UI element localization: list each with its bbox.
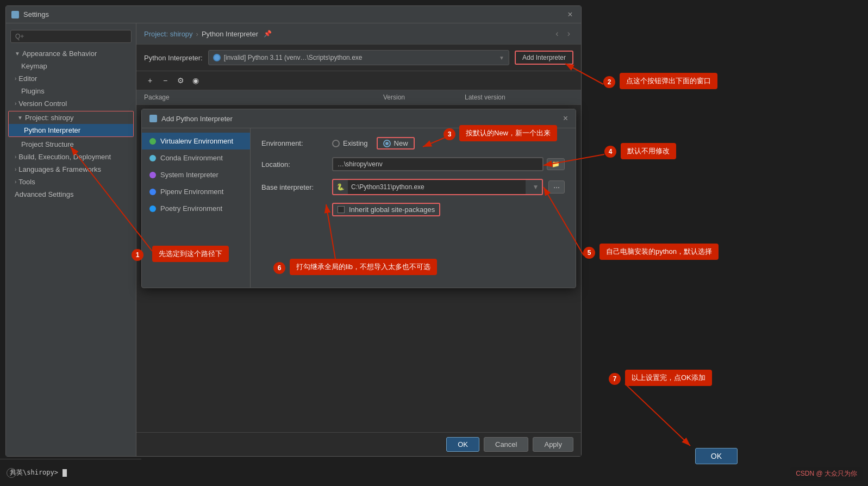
interp-type-label: Poetry Environment — [160, 204, 222, 213]
sidebar-item-label: Editor — [18, 74, 37, 83]
sidebar-item-label: Build, Execution, Deployment — [18, 153, 111, 161]
environment-radio-group: Existing New — [332, 137, 415, 149]
arrow-icon: › — [15, 154, 16, 160]
main-ok-button[interactable]: OK — [695, 448, 738, 464]
annotation-4: 默认不用修改 — [621, 143, 676, 159]
interp-type-label: Virtualenv Environment — [160, 137, 233, 145]
col-package-header: Package — [144, 94, 383, 101]
annotation-circle-6: 6 — [273, 262, 285, 274]
sidebar-item-version-control[interactable]: › Version Control — [6, 97, 136, 110]
add-interp-close-button[interactable]: × — [563, 114, 568, 123]
dialog-title-left: Settings — [11, 10, 49, 18]
environment-label: Environment: — [261, 139, 327, 147]
arrow-icon: › — [15, 179, 16, 185]
settings-button[interactable]: ⚙ — [174, 74, 186, 86]
dropdown-arrow-icon: ▼ — [499, 55, 504, 61]
terminal-cursor — [63, 469, 67, 477]
annotation-5: 自己电脑安装的python，默认选择 — [600, 244, 719, 260]
sidebar-item-python-interpreter[interactable]: Python Interpreter — [9, 124, 133, 136]
interp-type-poetry[interactable]: Poetry Environment — [142, 200, 250, 217]
interp-type-label: Pipenv Environment — [160, 188, 223, 196]
dialog-title-bar: Settings × — [6, 6, 581, 23]
annotation-3: 按默认的New，新一个出来 — [459, 125, 557, 141]
interpreter-row: Python Interpreter: [invalid] Python 3.1… — [136, 45, 581, 71]
existing-radio-option[interactable]: Existing — [332, 139, 368, 147]
sidebar-item-build-execution[interactable]: › Build, Execution, Deployment — [6, 151, 136, 163]
pycharm-small-icon — [149, 115, 157, 122]
annotation-circle-5: 5 — [583, 247, 595, 259]
toolbar-row: + − ⚙ ◉ — [136, 71, 581, 90]
sidebar-item-editor[interactable]: › Editor — [6, 72, 136, 85]
sidebar-item-label: Appearance & Behavior — [22, 49, 97, 58]
apply-button[interactable]: Apply — [533, 437, 573, 452]
sidebar-item-label: Python Interpreter — [24, 126, 80, 134]
inherit-checkbox[interactable] — [338, 206, 345, 213]
nav-forward-button[interactable]: › — [564, 28, 573, 40]
base-interpreter-more-button[interactable]: ··· — [548, 180, 565, 194]
add-package-button[interactable]: + — [144, 74, 156, 86]
sidebar-item-advanced-settings[interactable]: Advanced Settings — [6, 188, 136, 201]
sidebar-item-project-structure[interactable]: Project Structure — [6, 138, 136, 151]
location-input[interactable] — [332, 157, 544, 171]
interpreter-type-sidebar: Virtualenv Environment Conda Environment… — [142, 128, 251, 288]
conda-dot-icon — [149, 155, 156, 161]
interp-type-system[interactable]: System Interpreter — [142, 166, 250, 183]
interp-type-label: Conda Environment — [160, 154, 223, 162]
location-row: Location: 📁 — [261, 157, 565, 171]
sidebar-search-input[interactable] — [10, 30, 132, 43]
sidebar-item-project[interactable]: ▼ Project: shiropy — [9, 111, 133, 124]
cancel-button[interactable]: Cancel — [484, 437, 528, 452]
nav-back-button[interactable]: ‹ — [552, 28, 561, 40]
interpreter-dropdown[interactable]: [invalid] Python 3.11 (venv…\Scripts\pyt… — [208, 50, 509, 65]
ok-button-area: OK — [695, 448, 738, 464]
add-interpreter-button[interactable]: Add Interpreter — [515, 51, 573, 65]
inherit-checkbox-container[interactable]: Inherit global site-packages — [332, 203, 440, 216]
csdn-watermark: CSDN @ 大众只为你 — [790, 467, 863, 481]
location-label: Location: — [261, 160, 327, 169]
annotation-1: 先选定到这个路径下 — [152, 246, 229, 262]
existing-radio-label: Existing — [343, 139, 368, 147]
dialog-bottom-bar: OK Cancel Apply — [136, 432, 581, 456]
interp-type-virtualenv[interactable]: Virtualenv Environment — [142, 133, 250, 149]
remove-package-button[interactable]: − — [159, 74, 171, 86]
breadcrumb-separator: › — [196, 30, 198, 38]
annotation-circle-4: 4 — [604, 146, 616, 158]
sidebar-item-tools[interactable]: › Tools — [6, 176, 136, 188]
terminal-prompt: 具英\shiropy> — [10, 468, 58, 477]
sidebar-item-plugins[interactable]: Plugins — [6, 85, 136, 97]
ok-button[interactable]: OK — [446, 437, 479, 452]
annotation-circle-2: 2 — [603, 76, 615, 88]
base-interpreter-dropdown-button[interactable]: ▼ — [529, 183, 542, 191]
add-interp-title-label: Add Python Interpreter — [161, 115, 233, 123]
interpreter-globe-icon — [213, 54, 221, 61]
annotation-circle-1: 1 — [132, 249, 143, 261]
new-radio-option[interactable]: New — [377, 137, 415, 149]
terminal-bar: ? 具英\shiropy> — [0, 459, 141, 486]
new-radio-label: New — [394, 139, 408, 147]
arrow-icon: ▼ — [17, 115, 23, 121]
sidebar-item-label: Project: shiropy — [25, 114, 74, 122]
sidebar-item-languages[interactable]: › Languages & Frameworks — [6, 163, 136, 176]
sidebar-item-label: Plugins — [21, 87, 45, 95]
system-dot-icon — [149, 172, 156, 178]
arrow-icon: ▼ — [15, 51, 20, 57]
sidebar-item-label: Version Control — [18, 99, 67, 108]
arrow-icon: › — [15, 101, 16, 107]
annotation-6: 打勾继承全局的lib，不想导入太多也不可选 — [290, 259, 437, 275]
dialog-title-text: Settings — [23, 10, 49, 18]
svg-line-7 — [625, 384, 690, 446]
sidebar-item-keymap[interactable]: Keymap — [6, 60, 136, 72]
base-interpreter-input[interactable] — [348, 180, 526, 194]
breadcrumb-bar: Project: shiropy › Python Interpreter 📌 … — [136, 23, 581, 45]
location-browse-button[interactable]: 📁 — [547, 158, 565, 170]
dialog-close-button[interactable]: × — [565, 9, 576, 20]
help-button[interactable]: ? — [7, 468, 16, 478]
interp-type-conda[interactable]: Conda Environment — [142, 149, 250, 166]
interp-type-pipenv[interactable]: Pipenv Environment — [142, 183, 250, 200]
sidebar-item-appearance[interactable]: ▼ Appearance & Behavior — [6, 47, 136, 60]
sidebar-item-label: Keymap — [21, 62, 47, 70]
show-all-button[interactable]: ◉ — [190, 74, 202, 86]
interpreter-label: Python Interpreter: — [144, 54, 203, 62]
inherit-label: Inherit global site-packages — [349, 205, 435, 214]
pin-icon: 📌 — [264, 30, 272, 38]
